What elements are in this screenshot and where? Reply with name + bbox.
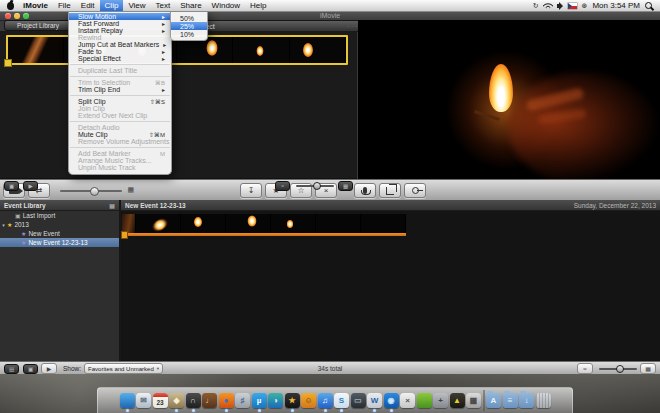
dock-app-icon[interactable]: ◈ xyxy=(169,393,184,408)
dock-app-icon[interactable] xyxy=(536,393,551,408)
menu-item[interactable]: Detach Audio xyxy=(69,124,171,131)
menu-item[interactable]: Split Clip ⇧⌘S xyxy=(69,98,171,105)
clip-thumbnail[interactable] xyxy=(316,214,361,233)
dock-app-icon[interactable]: ≡ xyxy=(503,393,518,408)
event-selection-handle[interactable] xyxy=(121,231,128,239)
project-playhead-button[interactable]: ▶ xyxy=(23,181,38,191)
menu-item[interactable] xyxy=(70,121,170,122)
clip-thumbnail[interactable] xyxy=(136,214,181,233)
dock-app-icon[interactable]: ♫ xyxy=(318,393,333,408)
menu-item[interactable]: Join Clip xyxy=(69,105,171,112)
event-view-strip-button[interactable]: ▣ xyxy=(23,364,38,374)
dock-app-icon[interactable] xyxy=(483,390,485,411)
clip-thumbnail[interactable] xyxy=(290,37,346,63)
dock-app-icon[interactable]: ♯ xyxy=(235,393,250,408)
input-language-flag-icon[interactable] xyxy=(568,3,577,9)
apple-logo-icon[interactable] xyxy=(7,2,14,10)
menu-item[interactable]: Duplicate Last Title xyxy=(69,67,171,74)
clip-thumbnail[interactable] xyxy=(226,214,271,233)
submenu-item[interactable]: 50% xyxy=(171,14,207,22)
menu-title[interactable]: Text xyxy=(151,0,176,11)
menu-title[interactable]: iMovie xyxy=(18,0,53,11)
disclosure-triangle-icon[interactable]: ▾ xyxy=(0,222,7,228)
event-library-item[interactable]: ★ New Event 12-23-13 xyxy=(0,238,119,247)
event-filmstrip[interactable] xyxy=(122,214,406,233)
menu-item[interactable]: Remove Volume Adjustments xyxy=(69,138,171,145)
clip-thumbnail[interactable] xyxy=(8,37,64,63)
dock-app-icon[interactable]: ∩ xyxy=(186,393,201,408)
dock-app-icon[interactable]: ▦ xyxy=(466,393,481,408)
sync-icon[interactable]: ↻ xyxy=(533,2,539,9)
event-view-list-button[interactable]: ▤ xyxy=(4,364,19,374)
dock-app-icon[interactable]: ♩ xyxy=(202,393,217,408)
project-thumbsize-button[interactable]: ▦ xyxy=(338,181,353,191)
crop-button[interactable] xyxy=(379,183,401,198)
clip-thumbnail[interactable] xyxy=(181,214,226,233)
clip-thumbnail[interactable] xyxy=(271,214,316,233)
show-filter-dropdown[interactable]: Favorites and Unmarked ▾ xyxy=(84,363,163,374)
menu-item[interactable]: Rewind xyxy=(69,34,171,41)
menu-item[interactable]: Slow Motion ▸ xyxy=(69,13,171,20)
event-library-item[interactable]: ▣ Last Import xyxy=(0,211,119,220)
menu-item[interactable]: Unpin Music Track xyxy=(69,164,171,171)
menu-item[interactable]: Fast Forward ▸ xyxy=(69,20,171,27)
menu-item[interactable]: Fade to ▸ xyxy=(69,48,171,55)
dock-app-icon[interactable]: S xyxy=(334,393,349,408)
dock-app-icon[interactable]: × xyxy=(400,393,415,408)
menu-title[interactable]: Share xyxy=(175,0,206,11)
menu-title[interactable]: Help xyxy=(245,0,271,11)
wifi-icon[interactable] xyxy=(542,0,553,11)
menu-item[interactable]: Trim to Selection ⌘B xyxy=(69,79,171,86)
menu-item[interactable] xyxy=(70,95,170,96)
clip-thumbnail[interactable] xyxy=(233,37,289,63)
menu-item[interactable]: Jump Cut at Beat Markers ▸ xyxy=(69,41,171,48)
menu-item[interactable]: Extend Over Next Clip xyxy=(69,112,171,119)
menu-bar-clock[interactable]: Mon 3:54 PM xyxy=(592,1,640,10)
menu-item[interactable]: Trim Clip End ▸ xyxy=(69,86,171,93)
menu-item[interactable] xyxy=(70,64,170,65)
dock-app-icon[interactable]: 23 xyxy=(153,393,168,408)
menu-item[interactable]: Special Effect ▸ xyxy=(69,55,171,62)
clip-thumbnail[interactable] xyxy=(361,214,406,233)
voiceover-button[interactable] xyxy=(354,183,376,198)
project-library-button[interactable]: Project Library xyxy=(4,20,72,31)
library-view-icon[interactable]: ▤ xyxy=(109,202,115,209)
dock-app-icon[interactable]: ◑ xyxy=(268,393,283,408)
dock-app-icon[interactable] xyxy=(120,393,135,408)
menu-item[interactable]: Mute Clip ⇧⌘M xyxy=(69,131,171,138)
dock-app-icon[interactable]: ★ xyxy=(285,393,300,408)
dock-app-icon[interactable]: µ xyxy=(252,393,267,408)
submenu-item[interactable]: 10% xyxy=(171,30,207,38)
menu-item[interactable]: Instant Replay ▸ xyxy=(69,27,171,34)
event-library-item[interactable]: ★ New Event xyxy=(0,229,119,238)
submenu-item[interactable]: 25% xyxy=(171,22,207,30)
menu-title[interactable]: View xyxy=(123,0,150,11)
dock-app-icon[interactable]: ◉ xyxy=(384,393,399,408)
character-viewer-icon[interactable]: ⊛ xyxy=(582,2,588,9)
dock-app-icon[interactable] xyxy=(417,393,432,408)
dock-app-icon[interactable]: W xyxy=(367,393,382,408)
menu-item[interactable]: Arrange Music Tracks... xyxy=(69,157,171,164)
volume-icon[interactable] xyxy=(557,4,560,8)
keywords-button[interactable] xyxy=(404,183,426,198)
menu-item[interactable] xyxy=(70,147,170,148)
project-zoom-slider[interactable] xyxy=(296,185,334,187)
dock-app-icon[interactable]: A xyxy=(486,393,501,408)
event-waveform-button[interactable]: ≈ xyxy=(577,363,593,374)
dock-app-icon[interactable]: + xyxy=(433,393,448,408)
event-library-item[interactable]: ▾ ★ 2013 xyxy=(0,220,119,229)
event-play-button[interactable]: ▶ xyxy=(41,363,57,374)
event-thumbsize-button[interactable]: ▦ xyxy=(640,363,656,374)
project-view-toggle-button[interactable]: ▣ xyxy=(4,181,19,191)
dock-app-icon[interactable]: ● xyxy=(219,393,234,408)
menu-item[interactable]: Add Beat Marker M xyxy=(69,150,171,157)
dock-app-icon[interactable]: ✉ xyxy=(136,393,151,408)
dock-app-icon[interactable]: ↓ xyxy=(519,393,534,408)
add-to-project-button[interactable]: ↧ xyxy=(240,183,262,198)
dock-app-icon[interactable]: ▲ xyxy=(450,393,465,408)
thumbnail-duration-slider[interactable]: ▦ xyxy=(60,190,122,192)
spotlight-icon[interactable] xyxy=(645,2,652,9)
event-zoom-slider[interactable] xyxy=(599,368,637,370)
menu-title[interactable]: File xyxy=(53,0,76,11)
menu-title[interactable]: Edit xyxy=(76,0,100,11)
